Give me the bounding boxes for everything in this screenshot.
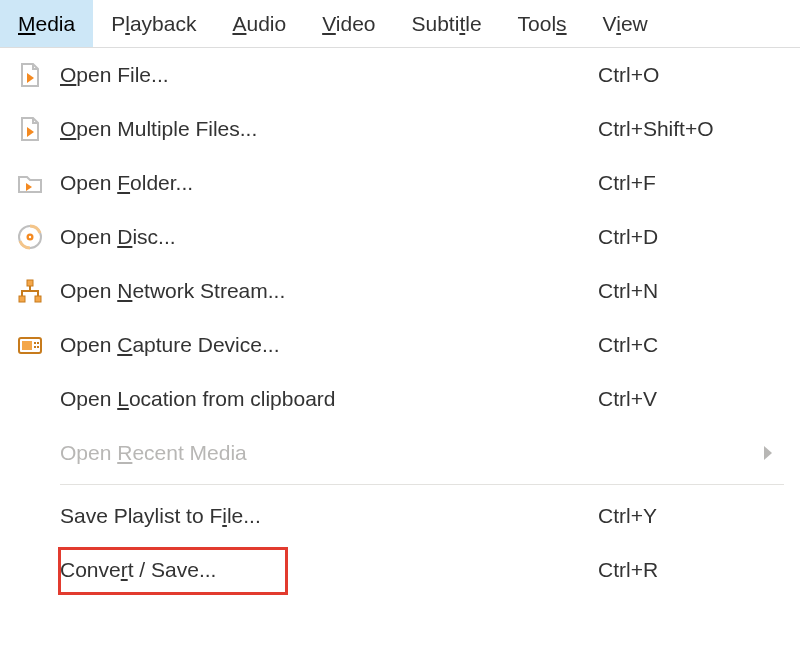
menu-item-open-recent-media[interactable]: Open Recent Media [0,426,800,480]
menu-label: Tools [518,12,567,36]
menu-item-view[interactable]: View [585,0,666,47]
menu-item-subtitle[interactable]: Subtitle [394,0,500,47]
menu-item-label: Open File... [60,63,590,87]
menu-item-label: Convert / Save... [60,558,590,582]
menu-item-shortcut: Ctrl+Shift+O [590,117,780,141]
capture-device-icon [16,331,60,359]
svg-rect-4 [19,296,25,302]
file-play-icon [16,115,60,143]
menu-item-video[interactable]: Video [304,0,393,47]
menu-item-open-disc[interactable]: Open Disc... Ctrl+D [0,210,800,264]
menu-item-open-file[interactable]: Open File... Ctrl+O [0,48,800,102]
menu-item-audio[interactable]: Audio [214,0,304,47]
svg-rect-11 [37,346,39,348]
menu-label: Subtitle [412,12,482,36]
network-icon [16,277,60,305]
menu-label: Audio [232,12,286,36]
menu-label: View [603,12,648,36]
folder-play-icon [16,169,60,197]
svg-rect-3 [27,280,33,286]
menubar: Media Playback Audio Video Subtitle Tool… [0,0,800,48]
menu-item-open-network-stream[interactable]: Open Network Stream... Ctrl+N [0,264,800,318]
menu-item-label: Open Network Stream... [60,279,590,303]
menu-item-playback[interactable]: Playback [93,0,214,47]
menu-item-label: Open Folder... [60,171,590,195]
menu-item-shortcut: Ctrl+D [590,225,780,249]
menu-item-shortcut: Ctrl+V [590,387,780,411]
menu-item-label: Open Location from clipboard [60,387,590,411]
menu-item-open-location-clipboard[interactable]: Open Location from clipboard Ctrl+V [0,372,800,426]
media-menu-dropdown: Open File... Ctrl+O Open Multiple Files.… [0,48,800,597]
svg-rect-8 [34,342,36,344]
menu-item-label: Open Recent Media [60,441,780,465]
menu-item-open-capture-device[interactable]: Open Capture Device... Ctrl+C [0,318,800,372]
menu-item-convert-save[interactable]: Convert / Save... Ctrl+R [0,543,800,597]
menu-item-label: Open Multiple Files... [60,117,590,141]
svg-point-2 [29,236,31,238]
menu-separator [60,484,784,485]
disc-icon [16,223,60,251]
svg-rect-10 [34,346,36,348]
menu-label: Video [322,12,375,36]
menu-item-shortcut: Ctrl+N [590,279,780,303]
svg-rect-7 [22,341,32,350]
menu-item-shortcut: Ctrl+R [590,558,780,582]
svg-rect-5 [35,296,41,302]
menu-item-shortcut: Ctrl+Y [590,504,780,528]
submenu-arrow-icon [764,446,772,460]
menu-item-shortcut: Ctrl+F [590,171,780,195]
menu-item-tools[interactable]: Tools [500,0,585,47]
menu-label: Playback [111,12,196,36]
menu-item-label: Open Disc... [60,225,590,249]
menu-item-label: Open Capture Device... [60,333,590,357]
menu-item-open-multiple-files[interactable]: Open Multiple Files... Ctrl+Shift+O [0,102,800,156]
menu-item-shortcut: Ctrl+O [590,63,780,87]
menu-label: Media [18,12,75,36]
svg-rect-9 [37,342,39,344]
menu-item-shortcut: Ctrl+C [590,333,780,357]
menu-item-label: Save Playlist to File... [60,504,590,528]
file-play-icon [16,61,60,89]
menu-item-open-folder[interactable]: Open Folder... Ctrl+F [0,156,800,210]
menu-item-media[interactable]: Media [0,0,93,47]
menu-item-save-playlist[interactable]: Save Playlist to File... Ctrl+Y [0,489,800,543]
